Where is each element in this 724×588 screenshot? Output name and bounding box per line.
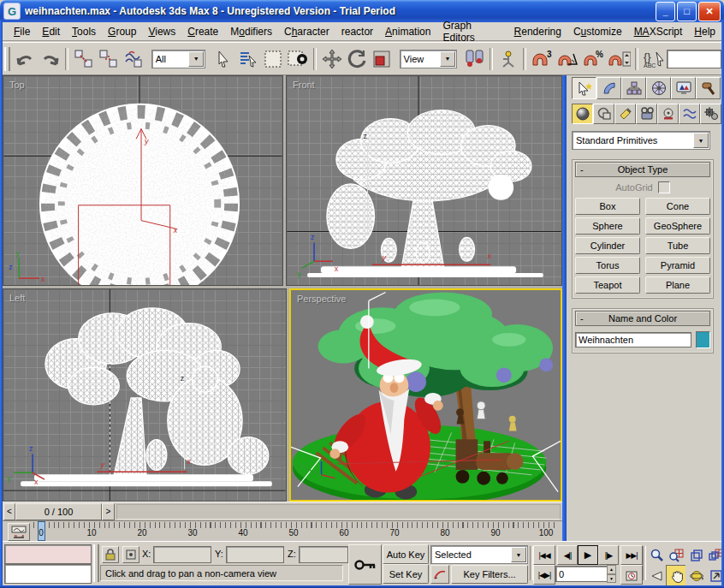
viewport-front-label[interactable]: Front [293,80,315,90]
tab-modify[interactable] [596,77,621,99]
maxscript-mini-listener-white[interactable] [4,564,92,584]
redo-button[interactable] [39,46,62,72]
viewport-left-label[interactable]: Left [9,293,25,303]
autogrid-checkbox[interactable] [658,181,670,193]
menu-item-animation[interactable]: Animation [379,24,436,39]
close-button[interactable]: ✕ [698,2,721,21]
select-by-name-button[interactable] [236,46,259,72]
title-bar[interactable]: G weihnachten.max - Autodesk 3ds Max 8 -… [0,0,724,22]
track-bar[interactable]: 0 10 20 30 40 50 60 70 80 90 100 [3,520,562,541]
select-and-link-button[interactable] [72,46,95,72]
pan-view-button[interactable] [666,565,687,586]
time-slider-handle[interactable]: 0 / 100 [15,503,102,520]
field-of-view-button[interactable] [646,565,668,586]
undo-button[interactable] [14,46,37,72]
selection-lock-toggle[interactable] [102,546,119,563]
current-frame-field[interactable] [555,566,612,582]
menu-item-file[interactable]: File [8,24,36,39]
viewport-left[interactable]: Left [3,288,287,502]
plane-button[interactable]: Plane [645,276,710,294]
cone-button[interactable]: Cone [645,198,710,215]
rectangular-selection-region-button[interactable] [262,46,285,72]
geosphere-button[interactable]: GeoSphere [645,217,710,235]
viewport-perspective-label[interactable]: Perspective [297,294,346,304]
select-and-rotate-button[interactable] [345,46,368,72]
menu-item-create[interactable]: Create [181,24,224,39]
time-configuration-button[interactable] [620,565,643,585]
select-object-button[interactable] [211,46,234,72]
viewport-top[interactable]: Top y x z y x [3,75,283,286]
tab-hierarchy[interactable] [621,77,646,99]
tab-display[interactable] [671,77,696,99]
spinner-snap-toggle-button[interactable] [607,46,632,72]
zoom-extents-button[interactable] [685,544,707,566]
object-type-rollout-header[interactable]: - Object Type [575,162,710,177]
menu-item-maxscript[interactable]: MAXScript [628,24,689,39]
select-and-manipulate-button[interactable] [496,46,519,72]
category-shapes-button[interactable] [593,104,614,124]
tab-utilities[interactable] [696,77,721,99]
menu-item-views[interactable]: Views [142,24,181,39]
menu-item-group[interactable]: Group [102,24,142,39]
viewport-perspective[interactable]: Perspective [289,288,562,502]
named-selection-field[interactable] [667,50,721,68]
menu-item-help[interactable]: Help [688,24,721,39]
viewport-top-label[interactable]: Top [9,80,25,90]
zoom-button[interactable] [646,544,668,566]
pyramid-button[interactable]: Pyramid [645,257,710,274]
use-pivot-point-center-button[interactable] [463,46,486,72]
cylinder-button[interactable]: Cylinder [575,237,640,254]
menu-item-tools[interactable]: Tools [66,24,102,39]
reference-coordinate-system-dropdown[interactable]: View ▼ [400,50,457,68]
menu-item-customize[interactable]: Customize [567,24,628,39]
menu-item-character[interactable]: Character [278,24,335,39]
default-in-out-tangents-button[interactable] [430,565,449,584]
window-crossing-toggle-button[interactable] [287,46,310,72]
next-frame-button[interactable]: ||▶ [598,545,619,565]
key-mode-toggle-button[interactable]: |◀▶| [533,565,555,585]
unlink-selection-button[interactable] [97,46,120,72]
bind-to-space-warp-button[interactable] [122,46,145,72]
set-keys-button[interactable] [348,544,382,585]
name-color-rollout-header[interactable]: - Name and Color [575,311,710,326]
menu-item-modifiers[interactable]: Modifiers [224,24,278,39]
sphere-button[interactable]: Sphere [575,217,640,235]
selection-filter-dropdown[interactable]: All ▼ [151,50,206,68]
absolute-mode-transform-button[interactable] [122,546,139,563]
object-color-swatch[interactable] [696,331,710,348]
object-name-field[interactable] [575,332,691,347]
dropdown-arrow-icon[interactable]: ▼ [511,547,526,562]
maximize-button[interactable]: □ [677,2,697,21]
go-to-end-button[interactable]: ▶▶| [620,545,643,565]
torus-button[interactable]: Torus [575,257,640,274]
time-slider-track[interactable] [116,504,561,520]
previous-frame-arrow[interactable]: < [3,503,15,520]
percent-snap-toggle-button[interactable]: % [581,46,605,72]
x-coordinate-field[interactable] [153,546,211,563]
tab-motion[interactable] [646,77,671,99]
key-filters-button[interactable]: Key Filters... [451,565,528,584]
tube-button[interactable]: Tube [645,237,710,254]
minimize-button[interactable]: _ [656,2,675,21]
select-and-move-button[interactable] [320,46,343,72]
key-mode-dropdown[interactable]: Selected ▼ [430,545,528,564]
teapot-button[interactable]: Teapot [575,276,640,294]
dropdown-arrow-icon[interactable]: ▼ [440,51,455,67]
viewport-front[interactable]: Front [286,75,562,286]
snap-toggle-button[interactable]: 3 [530,46,554,72]
tab-create[interactable] [572,77,596,99]
maxscript-mini-listener-pink[interactable] [4,544,92,564]
menu-item-rendering[interactable]: Rendering [508,24,567,39]
dropdown-arrow-icon[interactable]: ▼ [188,51,204,67]
auto-key-button[interactable]: Auto Key [383,544,429,564]
frame-spinner[interactable]: ▲ ▼ [607,565,616,583]
play-button[interactable]: ▶ [578,545,598,565]
open-mini-curve-editor-button[interactable] [8,523,30,541]
spinner-up-icon[interactable]: ▲ [607,565,616,574]
category-space-warps-button[interactable] [679,104,700,124]
dropdown-arrow-icon[interactable]: ▼ [693,133,709,148]
next-frame-arrow[interactable]: > [102,503,115,520]
angle-snap-toggle-button[interactable] [555,46,579,72]
category-cameras-button[interactable] [636,104,657,124]
named-selection-sets-button[interactable]: {}ABC [642,46,666,72]
